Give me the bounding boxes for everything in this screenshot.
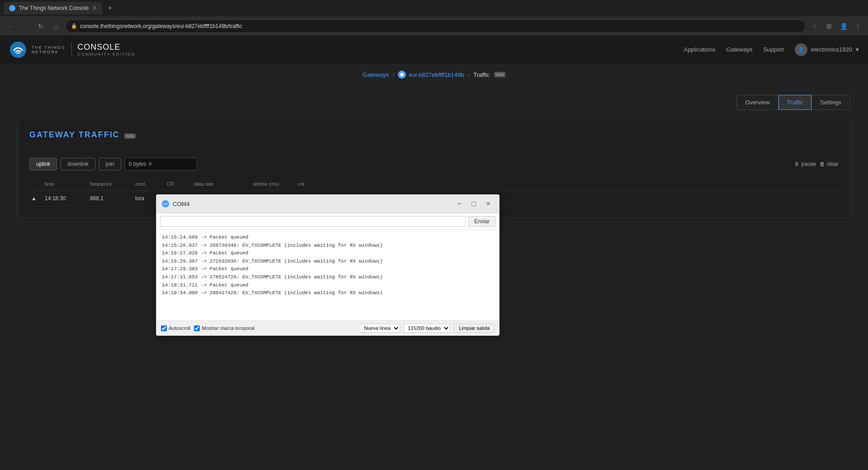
traffic-table-header: time frequency mod. CR data rate airtime… (29, 178, 839, 191)
filter-search-box: 0 bytes × (125, 158, 197, 170)
page-tab-nav: Overview Traffic Settings (18, 95, 850, 110)
logo-text: THE THINGS NETWORK (32, 45, 65, 54)
terminal-maximize-button[interactable]: □ (468, 198, 479, 209)
menu-button[interactable]: ⋮ (852, 20, 864, 33)
filter-join-button[interactable]: join (99, 158, 121, 170)
user-name: electronics1920 (811, 46, 852, 53)
reload-button[interactable]: ↻ (34, 20, 47, 33)
user-menu-chevron-icon: ▾ (856, 46, 859, 53)
profile-button[interactable]: 👤 (837, 20, 850, 33)
pause-icon: ⏸ (794, 161, 799, 167)
col-data-rate: data rate (192, 181, 251, 187)
logo-area: THE THINGS NETWORK CONSOLE COMMUNITY EDI… (9, 41, 136, 59)
terminal-icon: >> (162, 200, 169, 207)
pause-button[interactable]: ⏸ pause (794, 161, 816, 167)
user-menu[interactable]: 👤 electronics1920 ▾ (795, 43, 859, 56)
svg-point-1 (400, 73, 404, 76)
terminal-minimize-button[interactable]: − (454, 198, 465, 209)
uplink-arrow-icon: ▲ (29, 195, 43, 202)
col-mod: mod. (133, 181, 165, 187)
user-avatar: 👤 (795, 43, 807, 56)
traffic-panel-header: GATEWAY TRAFFIC beta (29, 130, 839, 149)
terminal-input-row: Enviar (156, 213, 499, 227)
extensions-button[interactable]: ⊞ (823, 20, 835, 33)
breadcrumb-gateway: eui-b827ebffff1b149b (398, 70, 464, 79)
traffic-panel-beta-badge: beta (124, 133, 136, 139)
nav-bar: ← → ↻ ⌂ 🔒 console.thethingsnetwork.org/g… (0, 16, 868, 36)
lock-icon: 🔒 (71, 23, 77, 29)
nav-gateways-link[interactable]: Gateways (726, 46, 753, 53)
clear-button[interactable]: 🗑 clear (820, 161, 839, 167)
console-brand: CONSOLE COMMUNITY EDITION (71, 42, 135, 56)
breadcrumb-gateways-link[interactable]: Gateways (363, 71, 389, 78)
browser-chrome: The Things Network Console × + ← → ↻ ⌂ 🔒… (0, 0, 868, 36)
bookmark-button[interactable]: ☆ (808, 20, 821, 33)
svg-point-0 (10, 42, 26, 58)
filter-bar: uplink downlink join 0 bytes × ⏸ pause 🗑… (29, 158, 839, 170)
breadcrumb-separator-1: › (392, 71, 395, 78)
console-label: CONSOLE (77, 42, 120, 52)
filter-search-text: 0 bytes (129, 161, 146, 167)
filter-downlink-button[interactable]: downlink (61, 158, 95, 170)
console-sub-label: COMMUNITY EDITION (77, 52, 135, 56)
col-cr: CR (165, 181, 192, 187)
ttn-logo-icon (9, 41, 27, 59)
terminal-window: >> COM4 − □ × Enviar 14:15:24.669 -> Pac… (156, 194, 500, 227)
row-time: 14:18:30 (43, 195, 88, 202)
terminal-close-button[interactable]: × (483, 198, 494, 209)
forward-button[interactable]: → (19, 20, 32, 33)
back-button[interactable]: ← (4, 20, 16, 33)
col-airtime: airtime (ms) (251, 181, 296, 187)
tab-favicon (9, 5, 15, 11)
active-tab: The Things Network Console × (4, 2, 102, 14)
breadcrumb: Gateways › eui-b827ebffff1b149b › Traffi… (0, 63, 868, 86)
filter-uplink-button[interactable]: uplink (29, 158, 57, 170)
tab-close-button[interactable]: × (93, 5, 97, 12)
tab-bar: The Things Network Console × + (0, 0, 868, 16)
row-frequency: 868.1 (88, 195, 133, 202)
nav-support-link[interactable]: Support (763, 46, 784, 53)
tab-settings[interactable]: Settings (811, 95, 850, 110)
breadcrumb-gateway-id-link[interactable]: eui-b827ebffff1b149b (409, 71, 464, 78)
breadcrumb-separator-2: › (468, 71, 470, 78)
new-tab-button[interactable]: + (104, 4, 116, 13)
nav-applications-link[interactable]: Applications (684, 46, 715, 53)
address-text: console.thethingsnetwork.org/gateways/eu… (80, 23, 800, 29)
nav-actions: ☆ ⊞ 👤 ⋮ (808, 20, 864, 33)
col-time: time (43, 181, 88, 187)
tab-overview[interactable]: Overview (736, 95, 778, 110)
trash-icon: 🗑 (820, 161, 825, 167)
traffic-panel-title: GATEWAY TRAFFIC (29, 130, 120, 140)
col-cnt: cnt (296, 181, 323, 187)
col-frequency: frequency (88, 181, 133, 187)
tab-title: The Things Network Console (19, 5, 89, 11)
filter-clear-button[interactable]: × (148, 160, 152, 168)
gateway-icon (398, 70, 406, 79)
terminal-titlebar: >> COM4 − □ × (156, 195, 499, 213)
terminal-send-button[interactable]: Enviar (468, 216, 495, 227)
tab-traffic[interactable]: Traffic (778, 95, 811, 110)
breadcrumb-current-page: Traffic (473, 71, 489, 78)
header-nav: Applications Gateways Support 👤 electron… (684, 43, 859, 56)
app-header: THE THINGS NETWORK CONSOLE COMMUNITY EDI… (0, 36, 868, 63)
address-bar[interactable]: 🔒 console.thethingsnetwork.org/gateways/… (65, 19, 806, 33)
traffic-beta-badge: beta (494, 72, 506, 77)
terminal-title: COM4 (173, 201, 450, 207)
home-button[interactable]: ⌂ (50, 20, 62, 33)
terminal-input-field[interactable] (160, 216, 466, 227)
